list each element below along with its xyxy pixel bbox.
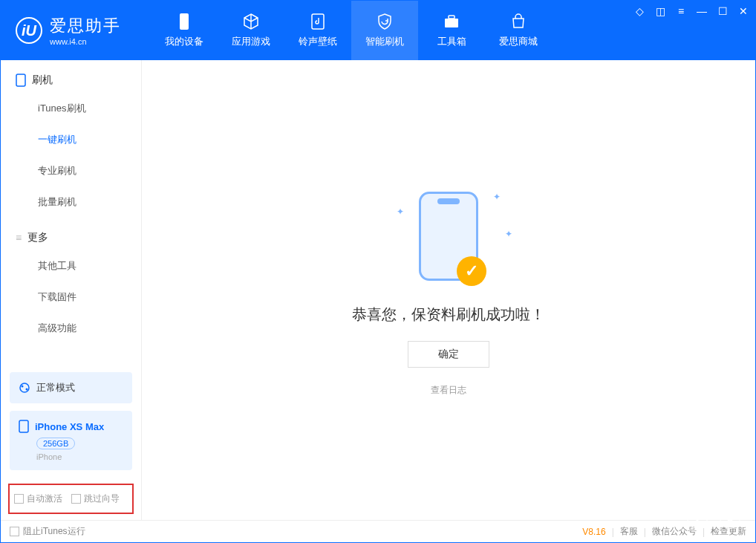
- device-mode-label: 正常模式: [36, 381, 75, 394]
- view-log-link[interactable]: 查看日志: [431, 384, 466, 397]
- svg-rect-0: [180, 13, 189, 30]
- success-message: 恭喜您，保资料刷机成功啦！: [352, 305, 545, 325]
- version-label: V8.16: [582, 527, 605, 537]
- nav-my-device[interactable]: 我的设备: [151, 1, 218, 60]
- download-icon[interactable]: [687, 508, 708, 529]
- nav-label: 爱思商城: [499, 35, 538, 48]
- device-capacity-badge: 256GB: [36, 438, 75, 449]
- svg-rect-5: [16, 74, 25, 86]
- note-icon: [309, 13, 327, 30]
- sidebar-item-download-firmware[interactable]: 下载固件: [1, 282, 141, 313]
- header: iU 爱思助手 www.i4.cn 我的设备 应用游戏 铃声壁纸 智能刷机: [1, 1, 755, 60]
- sidebar-item-batch-flash[interactable]: 批量刷机: [1, 186, 141, 218]
- cube-icon: [242, 13, 260, 30]
- window-controls: ◇ ◫ ≡ — ☐ ✕: [633, 5, 749, 17]
- sidebar-item-itunes-flash[interactable]: iTunes刷机: [1, 93, 141, 124]
- nav-apps-games[interactable]: 应用游戏: [218, 1, 284, 60]
- device-mode-block[interactable]: 正常模式: [10, 372, 132, 403]
- sidebar-group-more: ≡ 更多 其他工具 下载固件 高级功能: [1, 218, 141, 344]
- close-button[interactable]: ✕: [737, 5, 749, 17]
- svg-point-8: [26, 388, 28, 391]
- device-name: iPhone XS Max: [35, 421, 104, 432]
- checkbox-auto-activate[interactable]: 自动激活: [14, 492, 62, 505]
- sidebar-group-title: ≡ 更多: [1, 231, 141, 244]
- phone-graphic: ✓: [419, 192, 478, 281]
- app-name: 爱思助手: [50, 15, 121, 37]
- footer-link-support[interactable]: 客服: [620, 525, 638, 538]
- user-icon[interactable]: [720, 508, 740, 529]
- svg-rect-2: [445, 19, 458, 27]
- minimize-button[interactable]: —: [696, 5, 708, 17]
- mode-icon: [19, 382, 30, 394]
- device-icon: [16, 74, 26, 87]
- nav-label: 应用游戏: [232, 35, 270, 48]
- app-url: www.i4.cn: [50, 37, 121, 46]
- nav-ringtone-wallpaper[interactable]: 铃声壁纸: [284, 1, 351, 60]
- refresh-shield-icon: [376, 13, 394, 30]
- device-type: iPhone: [36, 452, 123, 461]
- skin-icon[interactable]: ◇: [633, 5, 645, 17]
- phone-small-icon: [19, 420, 29, 433]
- nav-toolbox[interactable]: 工具箱: [418, 1, 485, 60]
- sidebar-group-title: 刷机: [1, 74, 141, 87]
- svg-rect-9: [19, 420, 28, 432]
- app-window: iU 爱思助手 www.i4.cn 我的设备 应用游戏 铃声壁纸 智能刷机: [0, 0, 756, 543]
- svg-rect-1: [312, 14, 324, 29]
- phone-icon: [175, 13, 193, 30]
- checkbox-skip-guide[interactable]: 跳过向导: [71, 492, 120, 505]
- bag-icon: [509, 13, 527, 30]
- sidebar-item-advanced[interactable]: 高级功能: [1, 313, 141, 344]
- sidebar-item-pro-flash[interactable]: 专业刷机: [1, 155, 141, 186]
- footer: 阻止iTunes运行 V8.16 | 客服 | 微信公众号 | 检查更新: [1, 520, 755, 542]
- checkbox-icon: [10, 527, 19, 536]
- check-badge-icon: ✓: [457, 256, 486, 286]
- nav-label: 铃声壁纸: [299, 35, 337, 48]
- success-illustration: ✦ ✦ ✦ ✓: [389, 184, 508, 288]
- checkbox-icon: [14, 494, 24, 504]
- nav-store[interactable]: 爱思商城: [485, 1, 552, 60]
- menu-icon[interactable]: ≡: [675, 5, 687, 17]
- sidebar-item-other-tools[interactable]: 其他工具: [1, 250, 141, 282]
- logo-icon: iU: [16, 17, 42, 44]
- sidebar-group-flash: 刷机 iTunes刷机 一键刷机 专业刷机 批量刷机: [1, 60, 141, 218]
- checkbox-icon: [71, 494, 81, 504]
- svg-point-7: [22, 386, 24, 388]
- nav-label: 智能刷机: [365, 35, 404, 48]
- device-info-block[interactable]: iPhone XS Max 256GB iPhone: [10, 411, 132, 470]
- sidebar-item-oneclick-flash[interactable]: 一键刷机: [1, 124, 141, 155]
- checkbox-block-itunes[interactable]: 阻止iTunes运行: [10, 525, 85, 538]
- svg-point-4: [729, 516, 732, 519]
- maximize-button[interactable]: ☐: [717, 5, 729, 17]
- logo-area: iU 爱思助手 www.i4.cn: [1, 15, 136, 46]
- list-icon: ≡: [16, 232, 22, 244]
- nav-label: 我的设备: [165, 35, 203, 48]
- sidebar: 刷机 iTunes刷机 一键刷机 专业刷机 批量刷机 ≡ 更多 其他工具 下载固…: [1, 60, 142, 520]
- nav-smart-flash[interactable]: 智能刷机: [351, 1, 418, 60]
- svg-point-6: [20, 383, 29, 392]
- lock-icon[interactable]: ◫: [654, 5, 666, 17]
- ok-button[interactable]: 确定: [408, 341, 489, 368]
- toolbox-icon: [443, 13, 460, 30]
- body: 刷机 iTunes刷机 一键刷机 专业刷机 批量刷机 ≡ 更多 其他工具 下载固…: [1, 60, 755, 520]
- header-actions: [687, 508, 740, 529]
- highlighted-options: 自动激活 跳过向导: [8, 484, 134, 514]
- svg-rect-3: [449, 16, 454, 19]
- main-content: ✦ ✦ ✦ ✓ 恭喜您，保资料刷机成功啦！ 确定 查看日志: [142, 60, 755, 520]
- nav: 我的设备 应用游戏 铃声壁纸 智能刷机 工具箱 爱思商城: [151, 1, 552, 60]
- nav-label: 工具箱: [437, 35, 466, 48]
